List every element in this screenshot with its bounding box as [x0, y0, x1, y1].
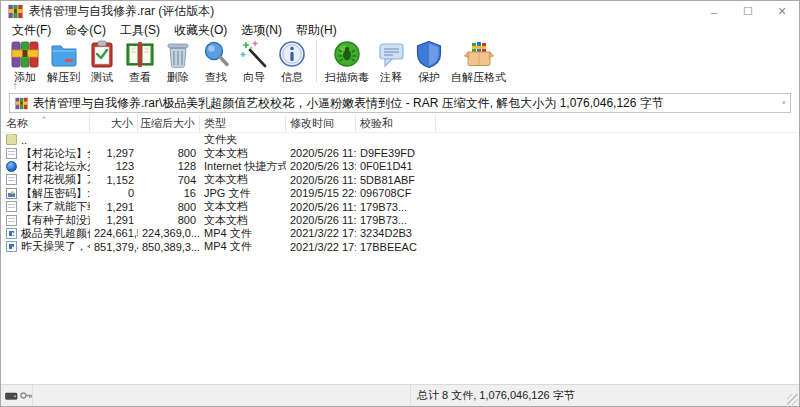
minimize-button[interactable]: – — [697, 1, 731, 22]
cell-packed: 128 — [138, 160, 200, 172]
wizard-button-label: 向导 — [243, 70, 265, 85]
title-bar: 表情管理与自我修养.rar (评估版本) – ☐ ✕ — [1, 1, 799, 22]
comment-button[interactable]: 注释 — [372, 39, 410, 85]
sfx-button-label: 自解压格式 — [451, 70, 506, 85]
cell-size: 851,379,4... — [90, 241, 138, 253]
virus-scan-button-label: 扫描病毒 — [325, 70, 369, 85]
menu-file[interactable]: 文件(F) — [5, 22, 58, 39]
cell-size: 1,291 — [90, 201, 138, 213]
sort-ascending-icon: ^ — [42, 115, 46, 123]
info-button-label: 信息 — [281, 70, 303, 85]
find-icon — [201, 39, 231, 69]
test-button[interactable]: 测试 — [83, 39, 121, 85]
table-row[interactable]: 【有种子却没速... 1,291 800 文本文档 2020/5/26 11:.… — [2, 213, 798, 226]
menu-tools[interactable]: 工具(S) — [113, 22, 167, 39]
wizard-button[interactable]: 向导 — [235, 39, 273, 85]
window-title: 表情管理与自我修养.rar (评估版本) — [29, 3, 214, 20]
table-row[interactable]: 【解压密码】: ... 0 16 JPG 文件 2019/5/15 22:...… — [2, 187, 798, 200]
protect-button-label: 保护 — [418, 70, 440, 85]
view-icon — [125, 39, 155, 69]
status-middle-panel — [33, 385, 411, 406]
cell-packed: 800 — [138, 147, 200, 159]
resize-grip[interactable] — [787, 394, 798, 405]
cell-packed: 850,389,3... — [138, 241, 200, 253]
info-button[interactable]: 信息 — [273, 39, 311, 85]
extract-to-icon — [49, 39, 79, 69]
key-icon — [20, 390, 33, 401]
sfx-icon — [464, 39, 494, 69]
file-list-header: 名称 ^ 大小 压缩后大小 类型 修改时间 校验和 — [2, 115, 798, 133]
winrar-window: 表情管理与自我修养.rar (评估版本) – ☐ ✕ 文件(F) 命令(C) 工… — [0, 0, 800, 407]
test-button-label: 测试 — [91, 70, 113, 85]
close-button[interactable]: ✕ — [765, 1, 799, 22]
comment-button-label: 注释 — [380, 70, 402, 85]
delete-button[interactable]: 删除 — [159, 39, 197, 85]
cell-packed: 224,369,0... — [138, 227, 200, 239]
table-row[interactable]: .. 文件夹 — [2, 133, 798, 146]
column-header-packed[interactable]: 压缩后大小 — [138, 115, 200, 132]
cell-packed: 16 — [138, 187, 200, 199]
column-header-type[interactable]: 类型 — [200, 115, 286, 132]
cell-checksum: 17BBEEAC — [356, 241, 436, 253]
cell-modified: 2021/3/22 17:... — [286, 227, 356, 239]
status-bar: 总计 8 文件, 1,076,046,126 字节 — [1, 384, 799, 406]
cell-checksum: 179B73... — [356, 201, 436, 213]
column-header-name[interactable]: 名称 ^ — [2, 115, 90, 132]
cell-size: 0 — [90, 187, 138, 199]
menu-help[interactable]: 帮助(H) — [289, 22, 344, 39]
text-file-icon — [6, 174, 17, 185]
table-row[interactable]: 【来了就能下载... 1,291 800 文本文档 2020/5/26 11:.… — [2, 200, 798, 213]
cell-size: 1,291 — [90, 214, 138, 226]
virus-scan-button[interactable]: 扫描病毒 — [322, 39, 372, 85]
menu-favorites[interactable]: 收藏夹(O) — [167, 22, 234, 39]
sfx-button[interactable]: 自解压格式 — [448, 39, 509, 85]
table-row[interactable]: 极品美乳超颜值... 224,661,5... 224,369,0... MP4… — [2, 227, 798, 240]
protect-button[interactable]: 保护 — [410, 39, 448, 85]
cell-checksum: 096708CF — [356, 187, 436, 199]
folder-file-icon — [6, 134, 17, 145]
window-controls: – ☐ ✕ — [697, 1, 799, 22]
find-button[interactable]: 查找 — [197, 39, 235, 85]
add-archive-icon — [10, 39, 40, 69]
table-row[interactable]: 【村花论坛】全... 1,297 800 文本文档 2020/5/26 11:.… — [2, 146, 798, 159]
column-header-modified[interactable]: 修改时间 — [286, 115, 356, 132]
video-file-icon — [6, 241, 17, 252]
protect-icon — [414, 39, 444, 69]
cell-name: .. — [21, 134, 27, 146]
table-row[interactable]: 【村花视频】万... 1,152 704 文本文档 2020/5/26 11:.… — [2, 173, 798, 186]
cell-modified: 2020/5/26 11:... — [286, 174, 356, 186]
maximize-button[interactable]: ☐ — [731, 1, 765, 22]
cell-checksum: D9FE39FD — [356, 147, 436, 159]
url-file-icon — [6, 161, 17, 172]
cell-packed: 800 — [138, 214, 200, 226]
toolbar-separator — [316, 40, 317, 82]
menu-options[interactable]: 选项(N) — [234, 22, 289, 39]
rar-archive-icon — [15, 97, 28, 110]
cell-size: 1,152 — [90, 174, 138, 186]
menu-bar: 文件(F) 命令(C) 工具(S) 收藏夹(O) 选项(N) 帮助(H) — [1, 22, 799, 39]
address-combobox[interactable]: 表情管理与自我修养.rar\极品美乳超颜值艺校校花，小逼粉嫩表情到位 - RAR… — [9, 93, 791, 113]
view-button[interactable]: 查看 — [121, 39, 159, 85]
table-row[interactable]: 【村花论坛永久... 123 128 Internet 快捷方式 2020/5/… — [2, 160, 798, 173]
up-one-level-button[interactable]: ↑ — [8, 79, 22, 92]
file-list: 名称 ^ 大小 压缩后大小 类型 修改时间 校验和 .. 文件夹 【村花论坛 — [2, 115, 798, 383]
column-header-checksum[interactable]: 校验和 — [356, 115, 436, 132]
extract-to-button[interactable]: 解压到 — [44, 39, 83, 85]
cell-modified: 2021/3/22 17:... — [286, 241, 356, 253]
table-row[interactable]: 昨天操哭了，今... 851,379,4... 850,389,3... MP4… — [2, 240, 798, 253]
cell-packed: 704 — [138, 174, 200, 186]
cell-size: 123 — [90, 160, 138, 172]
column-header-size[interactable]: 大小 — [90, 115, 138, 132]
winrar-app-icon — [8, 4, 23, 19]
info-icon — [277, 39, 307, 69]
address-dropdown-icon[interactable]: ᵛ — [776, 99, 785, 108]
cell-checksum: 5DB81ABF — [356, 174, 436, 186]
cell-modified: 2020/5/26 11:... — [286, 201, 356, 213]
text-file-icon — [6, 148, 17, 159]
test-icon — [87, 39, 117, 69]
address-path-text: 表情管理与自我修养.rar\极品美乳超颜值艺校校花，小逼粉嫩表情到位 - RAR… — [33, 95, 664, 112]
menu-commands[interactable]: 命令(C) — [58, 22, 113, 39]
cell-name: 昨天操哭了，今... — [21, 239, 90, 254]
virus-scan-icon — [332, 39, 362, 69]
view-button-label: 查看 — [129, 70, 151, 85]
